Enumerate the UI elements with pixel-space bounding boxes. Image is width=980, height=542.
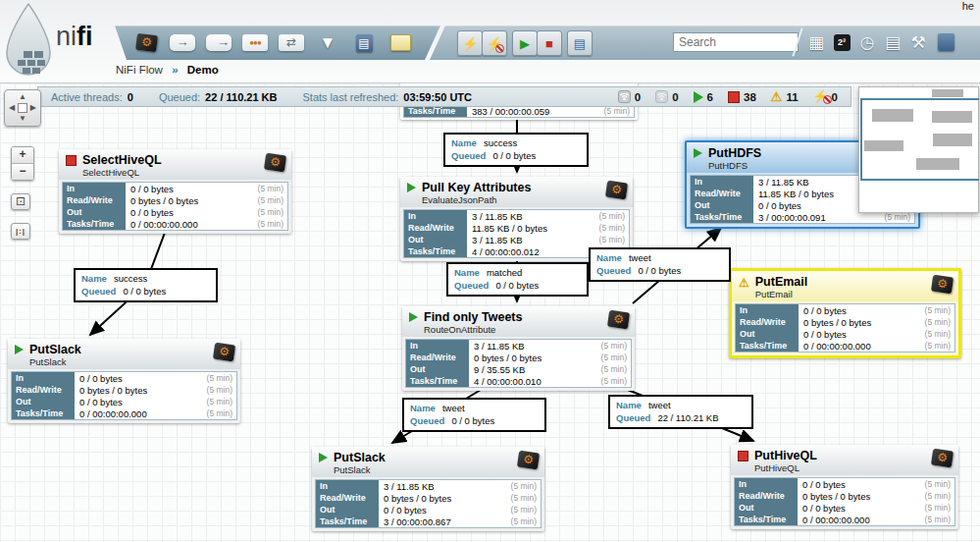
stat-value: 0 / 00:00:00.000 bbox=[799, 341, 925, 352]
connection-label[interactable]: NamematchedQueued0 / 0 bytes bbox=[446, 262, 589, 297]
stat-label: Out bbox=[736, 328, 799, 340]
stat-value: 3 / 11.85 KB bbox=[467, 235, 599, 245]
component-toolbar: ⚙→→●●●⇄▼▤ bbox=[115, 26, 440, 60]
stat-row: In3 / 11.85 KB(5 min) bbox=[404, 210, 629, 222]
start-button[interactable]: ▶ bbox=[512, 30, 538, 56]
running-count: 6 bbox=[694, 91, 713, 103]
stat-value: 0 bytes / 0 bytes bbox=[126, 195, 258, 206]
processor-name: SelectHiveQL bbox=[82, 153, 265, 167]
processor-type: EvaluateJsonPath bbox=[422, 194, 606, 205]
connection-name-row: Namesuccess bbox=[451, 136, 581, 149]
not-transmitting-icon bbox=[655, 90, 668, 103]
stop-button[interactable]: ■ bbox=[537, 30, 562, 56]
stopped-count: 38 bbox=[728, 91, 756, 103]
funnel-button[interactable]: ▼ bbox=[314, 31, 341, 55]
stat-window: (5 min) bbox=[599, 211, 629, 221]
connection-name-row: Nametweet bbox=[616, 399, 746, 411]
stat-label: Read/Write bbox=[735, 490, 798, 502]
stopped-count-value: 38 bbox=[744, 91, 756, 103]
processor-putslack[interactable]: PutSlackPutSlack⚙In3 / 11.85 KB(5 min)Re… bbox=[312, 447, 544, 531]
stat-label: In bbox=[12, 372, 75, 384]
history-icon: ◷ bbox=[860, 32, 875, 53]
connection-label[interactable]: NametweetQueued22 / 110.21 KB bbox=[608, 395, 753, 429]
zoom-out-button[interactable]: − bbox=[12, 164, 33, 180]
disabled-count: ⚡0 bbox=[813, 90, 838, 103]
connection-queued-key: Queued bbox=[616, 412, 650, 423]
connection-queued-row: Queued0 / 0 bytes bbox=[454, 279, 581, 292]
stat-value: 0 bytes / 0 bytes bbox=[379, 493, 511, 504]
remote-process-group-button[interactable]: ⇄ bbox=[278, 31, 305, 55]
connection-label[interactable]: NamesuccessQueued0 / 0 bytes bbox=[74, 268, 218, 302]
stat-value: 383 / 00:00:00.059 bbox=[467, 106, 604, 117]
stat-window: (5 min) bbox=[885, 212, 914, 222]
template-save-icon: ▤ bbox=[574, 36, 586, 51]
pan-left-button[interactable]: ◀ bbox=[9, 104, 15, 112]
enable-button[interactable]: ⚡ bbox=[457, 30, 483, 56]
stat-label: Out bbox=[691, 199, 753, 211]
stat-label: Tasks/Time bbox=[736, 340, 799, 352]
label-button[interactable] bbox=[387, 31, 414, 55]
start-icon: ▶ bbox=[520, 36, 530, 51]
processor-putemail[interactable]: ⚠PutEmailPutEmail⚙In0 / 0 bytes(5 min)Re… bbox=[729, 268, 961, 358]
process-group-button[interactable]: ●●● bbox=[241, 31, 269, 55]
active-threads-label: Active threads: bbox=[51, 91, 123, 103]
history-button[interactable]: ◷ bbox=[855, 30, 879, 54]
counters-button[interactable]: 2³ bbox=[830, 30, 853, 54]
connection-label[interactable]: NametweetQueued0 / 0 bytes bbox=[589, 247, 731, 282]
birdseye-panel[interactable] bbox=[858, 86, 979, 213]
output-port-button[interactable]: → bbox=[205, 31, 232, 55]
processor-putslack[interactable]: PutSlackPutSlack⚙In0 / 0 bytes(5 min)Rea… bbox=[8, 339, 240, 423]
pan-right-button[interactable]: ▶ bbox=[30, 104, 36, 112]
pan-pad: ▲ ◀ ▶ ▼ bbox=[4, 89, 41, 127]
stat-value: 0 bytes / 0 bytes bbox=[799, 317, 925, 328]
connection-name-row: Nametweet bbox=[596, 251, 723, 264]
pan-up-button[interactable]: ▲ bbox=[19, 93, 26, 101]
cut-off-button[interactable] bbox=[934, 30, 957, 54]
flow-canvas[interactable]: Active threads: 0 Queued: 22 / 110.21 KB… bbox=[0, 83, 980, 542]
processor-title: PutSlackPutSlack bbox=[29, 343, 214, 367]
connection-label[interactable]: NametweetQueued0 / 0 bytes bbox=[402, 398, 546, 432]
breadcrumb-root[interactable]: NiFi Flow bbox=[116, 64, 163, 76]
transmitting-count-value: 0 bbox=[635, 91, 641, 103]
processor-button[interactable]: ⚙ bbox=[132, 31, 160, 55]
stat-value: 0 / 00:00:00.000 bbox=[126, 219, 258, 230]
zoom-in-button[interactable]: + bbox=[12, 147, 33, 164]
flow-settings-button[interactable]: ▤ bbox=[881, 30, 904, 54]
processor-selecthiveql[interactable]: SelectHiveQLSelectHiveQL⚙In0 / 0 bytes(5… bbox=[59, 149, 291, 234]
stat-row: Out0 / 0 bytes(5 min) bbox=[736, 328, 954, 340]
template-button[interactable]: ▤ bbox=[350, 31, 378, 55]
processor-find-only-tweets[interactable]: Find only TweetsRouteOnAttribute⚙In3 / 1… bbox=[402, 306, 635, 391]
counters-icon: 2³ bbox=[834, 34, 851, 51]
processor-title: SelectHiveQLSelectHiveQL bbox=[82, 153, 265, 178]
processor-puthiveql[interactable]: PutHiveQLPutHiveQL⚙In0 / 0 bytes(5 min)R… bbox=[731, 445, 958, 529]
process-group-icon: ●●● bbox=[242, 34, 268, 51]
actual-size-button[interactable]: |:| bbox=[11, 223, 30, 240]
processor-header: Pull Key AttributesEvaluateJsonPath⚙ bbox=[400, 177, 633, 207]
stat-label: Read/Write bbox=[404, 222, 467, 234]
stat-row: Out0 / 0 bytes(5 min) bbox=[12, 396, 236, 407]
disable-button[interactable]: ⚡ bbox=[482, 30, 507, 56]
connection-queued-row: Queued0 / 0 bytes bbox=[596, 264, 723, 277]
stat-window: (5 min) bbox=[604, 106, 634, 116]
pan-center-button[interactable] bbox=[18, 103, 27, 113]
pan-down-button[interactable]: ▼ bbox=[19, 115, 26, 123]
connection-queued-row: Queued22 / 110.21 KB bbox=[616, 411, 746, 424]
input-port-button[interactable]: → bbox=[169, 31, 196, 55]
zoom-fit-button[interactable]: ⊡ bbox=[11, 193, 30, 210]
stat-label: Tasks/Time bbox=[406, 375, 469, 387]
stat-value: 0 / 0 bytes bbox=[75, 397, 207, 407]
invalid-icon: ⚠ bbox=[739, 277, 749, 289]
stat-label: Read/Write bbox=[12, 384, 75, 396]
not-transmitting-count: 0 bbox=[655, 90, 678, 103]
template-save-button[interactable]: ▤ bbox=[567, 30, 593, 56]
summary-button[interactable]: ▦ bbox=[804, 30, 828, 54]
stat-window: (5 min) bbox=[601, 341, 631, 351]
stat-row: In0 / 0 bytes(5 min) bbox=[12, 372, 236, 384]
refreshed-value: 03:59:50 UTC bbox=[403, 91, 472, 103]
connection-label[interactable]: NamesuccessQueued0 / 0 bytes bbox=[443, 133, 589, 167]
settings-button[interactable]: ⚒ bbox=[906, 30, 930, 54]
help-link[interactable]: he bbox=[962, 0, 974, 12]
stat-window: (5 min) bbox=[258, 207, 287, 217]
search-input[interactable] bbox=[673, 32, 799, 52]
processor-stats: In0 / 0 bytes(5 min)Read/Write0 bytes / … bbox=[735, 303, 955, 352]
